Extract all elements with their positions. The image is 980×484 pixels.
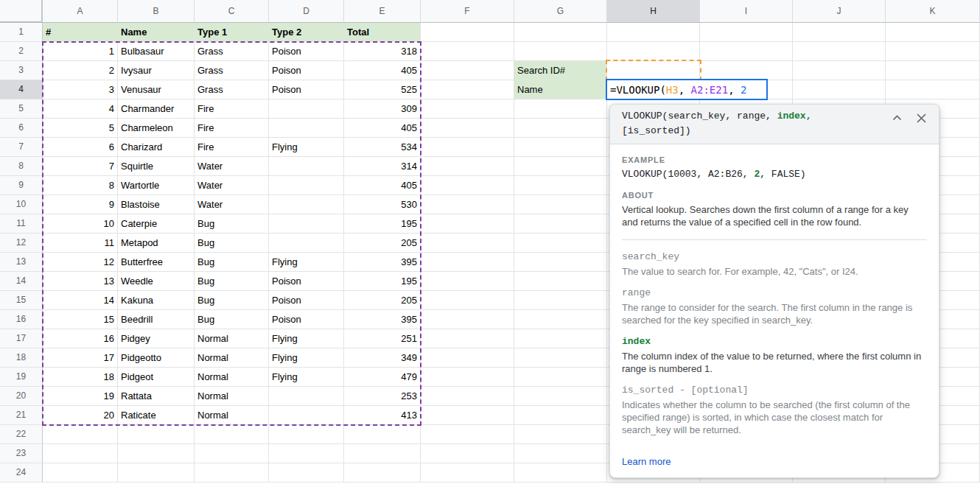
cell-H1[interactable]	[607, 23, 700, 42]
cell-E2[interactable]: 318	[344, 42, 421, 61]
cell-G24[interactable]	[514, 463, 607, 483]
cell-C7[interactable]: Fire	[195, 138, 269, 157]
cell-F20[interactable]	[421, 387, 514, 406]
cell-F3[interactable]	[421, 61, 514, 80]
cell-B6[interactable]: Charmeleon	[118, 119, 195, 138]
cell-F5[interactable]	[421, 99, 514, 119]
cell-D22[interactable]	[269, 425, 344, 444]
row-header-8[interactable]: 8	[0, 157, 43, 176]
row-header-19[interactable]: 19	[0, 368, 43, 387]
row-header-10[interactable]: 10	[0, 195, 43, 214]
cell-D24[interactable]	[269, 463, 344, 483]
cell-C13[interactable]: Bug	[195, 253, 269, 272]
cell-B12[interactable]: Metapod	[118, 234, 195, 253]
cell-E20[interactable]: 253	[344, 387, 421, 406]
cell-D6[interactable]	[269, 119, 344, 138]
cell-B10[interactable]: Blastoise	[118, 195, 195, 214]
cell-D17[interactable]: Flying	[269, 329, 344, 348]
cell-C20[interactable]: Normal	[195, 387, 269, 406]
cell-D7[interactable]: Flying	[269, 138, 344, 157]
cell-D2[interactable]: Poison	[269, 42, 344, 61]
cell-B4[interactable]: Venusaur	[118, 80, 195, 99]
cell-D18[interactable]: Flying	[269, 348, 344, 368]
cell-C12[interactable]: Bug	[195, 234, 269, 253]
cell-C8[interactable]: Water	[195, 157, 269, 176]
cell-A24[interactable]	[43, 463, 118, 483]
row-header-14[interactable]: 14	[0, 272, 43, 291]
cell-E12[interactable]: 205	[344, 234, 421, 253]
row-header-23[interactable]: 23	[0, 444, 43, 463]
cell-G18[interactable]	[514, 348, 607, 368]
cell-G6[interactable]	[514, 119, 607, 138]
cell-D1[interactable]: Type 2	[269, 23, 344, 42]
cell-F16[interactable]	[421, 310, 514, 329]
cell-A4[interactable]: 3	[43, 80, 118, 99]
cell-F14[interactable]	[421, 272, 514, 291]
column-header-K[interactable]: K	[886, 0, 980, 23]
cell-E13[interactable]: 395	[344, 253, 421, 272]
row-header-4[interactable]: 4	[0, 80, 43, 99]
cell-C1[interactable]: Type 1	[195, 23, 269, 42]
cell-A10[interactable]: 9	[43, 195, 118, 214]
cell-J4[interactable]	[793, 80, 886, 99]
cell-E1[interactable]: Total	[344, 23, 421, 42]
cell-D13[interactable]: Flying	[269, 253, 344, 272]
cell-D4[interactable]: Poison	[269, 80, 344, 99]
cell-E23[interactable]	[344, 444, 421, 463]
collapse-help-button[interactable]	[891, 112, 903, 124]
cell-G9[interactable]	[514, 176, 607, 195]
cell-C6[interactable]: Fire	[195, 119, 269, 138]
cell-K2[interactable]	[886, 42, 980, 61]
cell-J2[interactable]	[793, 42, 886, 61]
row-header-1[interactable]: 1	[0, 23, 43, 42]
cell-E5[interactable]: 309	[344, 99, 421, 119]
cell-A1[interactable]: #	[43, 23, 118, 42]
cell-E3[interactable]: 405	[344, 61, 421, 80]
cell-E18[interactable]: 349	[344, 348, 421, 368]
cell-D23[interactable]	[269, 444, 344, 463]
cell-A6[interactable]: 5	[43, 119, 118, 138]
cell-F23[interactable]	[421, 444, 514, 463]
cell-C18[interactable]: Normal	[195, 348, 269, 368]
cell-A17[interactable]: 16	[43, 329, 118, 348]
cell-I3[interactable]	[700, 61, 793, 80]
cell-G15[interactable]	[514, 291, 607, 310]
cell-K4[interactable]	[886, 80, 980, 99]
cell-G2[interactable]	[514, 42, 607, 61]
cell-A2[interactable]: 1	[43, 42, 118, 61]
cell-B18[interactable]: Pidgeotto	[118, 348, 195, 368]
row-header-17[interactable]: 17	[0, 329, 43, 348]
cell-G22[interactable]	[514, 425, 607, 444]
cell-B16[interactable]: Beedrill	[118, 310, 195, 329]
cell-F1[interactable]	[421, 23, 514, 42]
column-header-G[interactable]: G	[514, 0, 607, 23]
cell-E9[interactable]: 405	[344, 176, 421, 195]
cell-F11[interactable]	[421, 214, 514, 234]
cell-B24[interactable]	[118, 463, 195, 483]
row-header-11[interactable]: 11	[0, 214, 43, 234]
cell-E15[interactable]: 205	[344, 291, 421, 310]
close-help-button[interactable]	[915, 112, 927, 124]
cell-G11[interactable]	[514, 214, 607, 234]
cell-E19[interactable]: 479	[344, 368, 421, 387]
cell-B17[interactable]: Pidgey	[118, 329, 195, 348]
cell-C23[interactable]	[195, 444, 269, 463]
row-header-13[interactable]: 13	[0, 253, 43, 272]
cell-G3[interactable]: Search ID#	[514, 61, 607, 80]
cell-A19[interactable]: 18	[43, 368, 118, 387]
cell-F12[interactable]	[421, 234, 514, 253]
cell-B13[interactable]: Butterfree	[118, 253, 195, 272]
cell-H3[interactable]	[607, 61, 700, 80]
cell-C15[interactable]: Bug	[195, 291, 269, 310]
cell-E7[interactable]: 534	[344, 138, 421, 157]
cell-J3[interactable]	[793, 61, 886, 80]
column-header-H[interactable]: H	[607, 0, 700, 23]
cell-A7[interactable]: 6	[43, 138, 118, 157]
row-header-2[interactable]: 2	[0, 42, 43, 61]
cell-D3[interactable]: Poison	[269, 61, 344, 80]
cell-G23[interactable]	[514, 444, 607, 463]
cell-B14[interactable]: Weedle	[118, 272, 195, 291]
cell-C19[interactable]: Normal	[195, 368, 269, 387]
cell-D16[interactable]: Poison	[269, 310, 344, 329]
cell-E6[interactable]: 405	[344, 119, 421, 138]
